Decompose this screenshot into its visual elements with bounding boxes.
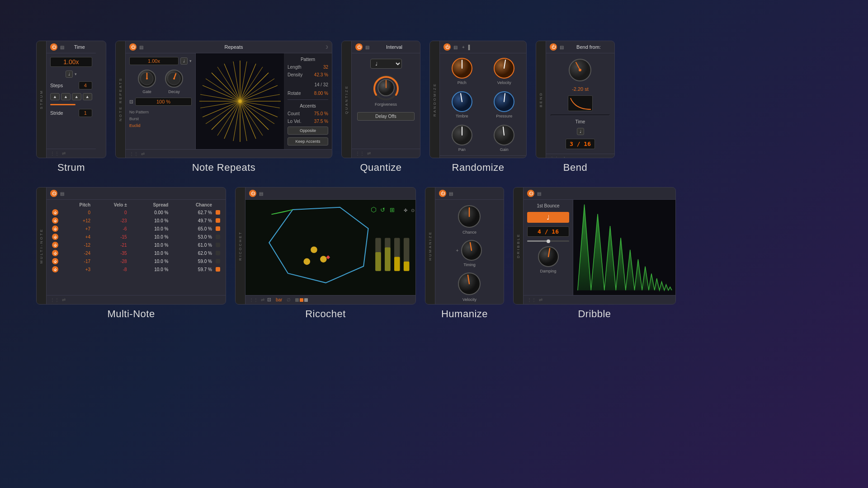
mn-power[interactable]: ⏻ (50, 190, 57, 197)
mn-row-power-2[interactable]: ⏻ (52, 225, 58, 232)
dribble-damping-svg[interactable] (537, 245, 560, 268)
gain-knob-svg[interactable] (493, 124, 515, 146)
randomize-power[interactable]: ⏻ (443, 43, 451, 51)
strum-power[interactable]: ⏻ (50, 43, 57, 51)
timbre-knob-svg[interactable] (451, 90, 473, 113)
mn-velo-1: -23 (92, 216, 129, 225)
nr-rate-val[interactable]: 1.00x (129, 57, 179, 65)
nr-rotate-label: Rotate (288, 91, 301, 96)
nr-note-btn[interactable]: ♩ (180, 57, 188, 65)
strum-arrow-up2[interactable]: ▲ (61, 93, 71, 100)
mn-chance-7: 59.7 % (170, 265, 214, 273)
ricochet-side-label: RICOCHET (237, 229, 243, 263)
mn-row-power-6[interactable]: ⏻ (52, 258, 58, 264)
strum-arrow-up1[interactable]: ▲ (50, 93, 60, 100)
pattern-euclid[interactable]: Euclid (129, 123, 192, 128)
nr-pattern-label: Pattern (288, 57, 328, 62)
humanize-wrapper: HUMANIZE ⏻ ▤ (425, 187, 504, 320)
mn-chain-icon: ⇌ (62, 297, 66, 302)
svg-marker-60 (616, 238, 626, 290)
strum-stride-val[interactable]: 1 (79, 109, 92, 117)
gate-knob-svg[interactable] (137, 69, 157, 89)
mn-row-power-5[interactable]: ⏻ (52, 250, 58, 256)
mn-chance-0: 62.7 % (170, 208, 214, 216)
bend-time-val[interactable]: 3 / 16 (566, 139, 595, 149)
svg-point-34 (311, 246, 317, 253)
strum-steps-val[interactable]: 4 (79, 81, 92, 89)
humanize-power[interactable]: ⏻ (439, 190, 446, 197)
dribble-note-btn[interactable]: ♩ (527, 212, 569, 223)
forgiveness-knob-svg[interactable] (373, 74, 400, 101)
randomize-timbre-label: Timbre (456, 114, 468, 118)
ricochet-chain-icon: ⇌ (261, 297, 264, 302)
table-row: ⏻-24-3510.0 %62.0 % (50, 249, 222, 257)
randomize-grid-icon: ⋮⋮ (443, 158, 453, 158)
randomize-panel: RANDOMIZE ⏻ ▤ + ▌ (429, 41, 527, 158)
bend-power[interactable]: ⏻ (550, 43, 557, 51)
strum-panel: STRUM ⏻ ▤ Time 1.00x ♩ (36, 41, 106, 158)
humanize-chance-svg[interactable] (457, 204, 482, 229)
mn-row-power-7[interactable]: ⏻ (52, 266, 58, 272)
humanize-side-label: HUMANIZE (427, 229, 433, 263)
bend-note-btn[interactable]: ♩ (577, 128, 584, 135)
decay-knob-svg[interactable] (164, 69, 184, 89)
mn-pitch-2: +7 (60, 225, 92, 233)
note-repeats-panel: NOTE REPEATS ⏻ ▤ Repeats ☽ (115, 41, 332, 158)
forgiveness-knob-wrap: Forgiveness (373, 74, 400, 107)
humanize-chance-label: Chance (462, 230, 476, 235)
main-container: STRUM ⏻ ▤ Time 1.00x ♩ (36, 41, 832, 447)
decay-knob-wrap: Decay (164, 69, 184, 94)
table-row: ⏻000.00 %62.7 % (50, 208, 222, 216)
randomize-side-label: RANDOMIZE (432, 81, 438, 118)
humanize-timing-svg[interactable] (460, 239, 483, 262)
multi-note-label: Multi-Note (107, 308, 155, 320)
ricochet-power[interactable]: ⏻ (249, 190, 256, 197)
nr-power[interactable]: ⏻ (129, 43, 137, 51)
strum-arrow-up4[interactable]: ▲ (83, 93, 92, 100)
strum-time-val[interactable]: 1.00x (50, 57, 92, 67)
nr-opposite-btn[interactable]: Opposite (288, 127, 328, 135)
velocity-knob-svg[interactable] (493, 57, 515, 80)
quantize-panel: QUANTIZE ⏻ ▤ Interval ♩ (341, 41, 420, 158)
quantize-power[interactable]: ⏻ (355, 43, 363, 51)
quantize-title: Interval (372, 44, 416, 50)
dribble-side-label: DRIBBLE (515, 231, 521, 260)
svg-point-2 (146, 78, 148, 80)
randomize-velocity-label: Velocity (497, 80, 511, 85)
mn-velo-0: 0 (92, 208, 129, 216)
pattern-no[interactable]: No Pattern (129, 109, 192, 115)
mn-spread-0: 0.00 % (129, 208, 170, 216)
mn-row-power-3[interactable]: ⏻ (52, 234, 58, 240)
nr-density-val: 42.3 % (314, 72, 328, 77)
mn-row-power-0[interactable]: ⏻ (52, 209, 58, 216)
nr-pct-val[interactable]: 100 % (135, 98, 192, 106)
quantize-side-label: QUANTIZE (344, 83, 349, 116)
dribble-slider[interactable] (527, 240, 569, 242)
nr-pattern-area: Pattern Length 32 Density 42.3 % (284, 53, 332, 149)
humanize-velocity-svg[interactable] (457, 272, 482, 296)
delay-offs-btn[interactable]: Delay Offs (357, 112, 415, 121)
svg-marker-57 (578, 205, 591, 291)
randomize-label: Randomize (452, 162, 505, 174)
strum-note-btn[interactable]: ♩ (66, 70, 73, 78)
gate-knob-wrap: Gate (137, 69, 157, 94)
mn-row-power-4[interactable]: ⏻ (52, 242, 58, 248)
pitch-knob-svg[interactable] (451, 57, 473, 80)
pressure-knob-svg[interactable] (493, 90, 515, 113)
mn-velo-4: -21 (92, 241, 129, 249)
nr-keep-accents-btn[interactable]: Keep Accents (288, 137, 328, 145)
pattern-burst[interactable]: Burst (129, 116, 192, 122)
ricochet-colorbar (295, 298, 308, 302)
bend-knob-svg[interactable] (568, 58, 593, 83)
quantize-wrapper: QUANTIZE ⏻ ▤ Interval ♩ (341, 41, 420, 174)
starburst-area (196, 53, 284, 149)
ricochet-bar-val: bar (276, 297, 282, 302)
quantize-interval-select[interactable]: ♩ (370, 59, 402, 69)
strum-chain-icon: ⇌ (62, 151, 66, 156)
mn-row-power-1[interactable]: ⏻ (52, 217, 58, 224)
dribble-power[interactable]: ⏻ (527, 190, 534, 197)
dribble-timing-val[interactable]: 4 / 16 (527, 226, 569, 237)
strum-arrow-up3[interactable]: ▲ (72, 93, 81, 100)
mn-topbar: ⏻ ▤ (47, 188, 226, 200)
pan-knob-svg[interactable] (451, 124, 473, 146)
